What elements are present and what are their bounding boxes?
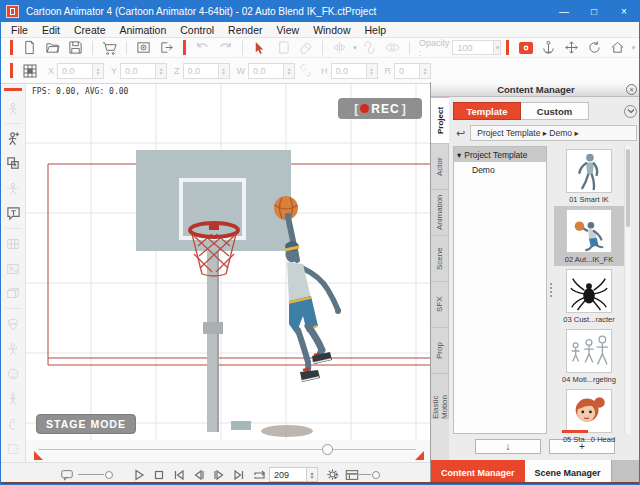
menu-animation[interactable]: Animation xyxy=(113,23,174,37)
transform-toolbar: X ▲▼ Y ▲▼ Z ▲▼ W ▲▼ H ▲▼ R ▲▼ xyxy=(1,58,639,84)
breadcrumb[interactable]: Project Template ▸ Demo ▸ xyxy=(470,125,637,141)
collapse-chevron-icon[interactable] xyxy=(624,105,637,118)
list-item[interactable]: 04 Moti...rgeting xyxy=(554,326,624,386)
tree-splitter[interactable] xyxy=(547,146,554,434)
menu-render[interactable]: Render xyxy=(221,23,269,37)
new-project-icon[interactable] xyxy=(21,39,38,56)
volume-slider-handle[interactable] xyxy=(372,471,380,479)
list-item[interactable]: 01 Smart IK xyxy=(554,146,624,206)
home-view-icon[interactable] xyxy=(609,39,626,56)
pan-left-marker-icon xyxy=(34,451,43,460)
thumbnail-auto-blend xyxy=(566,209,612,253)
library-tabs: Template Custom xyxy=(453,101,637,121)
create-text-icon[interactable] xyxy=(1,201,26,226)
menu-file[interactable]: File xyxy=(4,23,35,37)
menu-control[interactable]: Control xyxy=(173,23,221,37)
rotate-tool-icon[interactable] xyxy=(586,39,603,56)
select-tool-icon[interactable] xyxy=(251,39,268,56)
home-dropdown-caret[interactable]: ▼ xyxy=(630,45,636,51)
create-actor-icon[interactable] xyxy=(1,126,26,151)
field-z-input xyxy=(183,63,219,79)
list-item[interactable]: 03 Cust...racter xyxy=(554,266,624,326)
stage-slider-handle[interactable] xyxy=(322,444,333,455)
face-setup-icon xyxy=(1,361,26,386)
breadcrumb-row: ↩ Project Template ▸ Demo ▸ xyxy=(453,123,637,143)
menu-create[interactable]: Create xyxy=(67,23,113,37)
field-z-label: Z xyxy=(174,66,180,76)
field-x-spinner: ▲▼ xyxy=(93,63,104,79)
close-button[interactable]: × xyxy=(609,0,639,22)
frame-spinner[interactable]: ▲▼ xyxy=(307,467,318,482)
maximize-button[interactable]: □ xyxy=(579,0,609,22)
tab-custom[interactable]: Custom xyxy=(521,102,589,120)
anchor-tool-icon[interactable] xyxy=(540,39,557,56)
stage-viewport[interactable]: FPS: 0.00, AVG: 0.00 [REC] STAGE MODE xyxy=(26,84,430,440)
panel-close-icon[interactable]: × xyxy=(626,84,637,95)
volume-slider-track[interactable] xyxy=(345,474,371,475)
rec-indicator[interactable]: [REC] xyxy=(338,98,422,119)
minimize-button[interactable]: — xyxy=(549,0,579,22)
speech-bubble-icon[interactable] xyxy=(59,467,75,483)
tab-prop[interactable]: Prop xyxy=(431,327,449,373)
content-manager-panel: Content Manager × Project Actor Animatio… xyxy=(430,82,640,460)
character-shadow xyxy=(261,425,313,437)
stage-scroll-row xyxy=(26,440,430,462)
play-button[interactable] xyxy=(131,467,147,483)
window-bottom-edge xyxy=(1,482,639,484)
download-button[interactable]: ↓ xyxy=(475,439,541,454)
scene-grid-icon xyxy=(1,231,26,256)
menu-window[interactable]: Window xyxy=(306,23,357,37)
field-w-label: W xyxy=(237,66,246,76)
caption-slider-track[interactable] xyxy=(78,474,104,475)
export-icon[interactable] xyxy=(158,39,175,56)
list-scrollbar[interactable] xyxy=(624,146,631,434)
flip-dropdown-caret: ▼ xyxy=(352,45,358,51)
transform-grid-icon[interactable] xyxy=(21,62,38,79)
mask-icon xyxy=(1,311,26,336)
eraser-icon xyxy=(297,39,314,56)
undo-icon xyxy=(194,39,211,56)
lock-ratio-icon xyxy=(297,62,314,79)
tab-actor[interactable]: Actor xyxy=(431,143,449,189)
create-prop-icon[interactable] xyxy=(1,151,26,176)
menu-edit[interactable]: Edit xyxy=(35,23,67,37)
list-item-selected[interactable]: 02 Aut...IK_FK xyxy=(554,206,624,266)
list-item[interactable]: 05 Sta...0 Head xyxy=(554,386,624,446)
music-note-icon: ♪ xyxy=(333,468,339,482)
content-store-icon[interactable] xyxy=(101,39,118,56)
move-tool-icon[interactable] xyxy=(563,39,580,56)
loop-button[interactable] xyxy=(251,467,267,483)
caption-slider-handle[interactable] xyxy=(105,471,113,479)
open-project-icon[interactable] xyxy=(44,39,61,56)
menu-view[interactable]: View xyxy=(270,23,307,37)
tab-scene[interactable]: Scene xyxy=(431,235,449,281)
toolbar-divider xyxy=(409,41,410,55)
field-r-spinner: ▲▼ xyxy=(420,63,431,79)
panel-title: Content Manager xyxy=(497,84,575,95)
field-y-label: Y xyxy=(111,66,117,76)
go-to-end-button[interactable] xyxy=(231,467,247,483)
previous-frame-button[interactable] xyxy=(191,467,207,483)
tree-item-demo[interactable]: Demo xyxy=(454,162,546,177)
render-preview-icon[interactable] xyxy=(517,39,534,56)
tab-sfx[interactable]: SFX xyxy=(431,281,449,327)
back-arrow-icon[interactable]: ↩ xyxy=(456,127,465,140)
horizontal-scrollbar-thumb[interactable] xyxy=(562,430,588,433)
field-y-spinner: ▲▼ xyxy=(156,63,167,79)
tab-elastic-motion[interactable]: Elastic Motion xyxy=(431,373,449,419)
list-scrollbar-thumb[interactable] xyxy=(626,149,630,227)
frame-number-input[interactable] xyxy=(269,467,307,482)
toolbar-divider xyxy=(126,41,127,55)
next-frame-button[interactable] xyxy=(211,467,227,483)
prop-basketball-hoop[interactable] xyxy=(136,150,291,432)
save-project-icon[interactable] xyxy=(67,39,84,56)
stop-button[interactable] xyxy=(151,467,167,483)
menu-help[interactable]: Help xyxy=(357,23,393,37)
go-to-start-button[interactable] xyxy=(171,467,187,483)
tree-root[interactable]: ▾ Project Template xyxy=(454,147,546,162)
tab-project[interactable]: Project xyxy=(431,97,449,143)
tab-animation[interactable]: Animation xyxy=(431,189,449,235)
stage-slider-track[interactable] xyxy=(38,449,416,450)
import-media-icon[interactable] xyxy=(135,39,152,56)
tab-template[interactable]: Template xyxy=(453,102,521,120)
